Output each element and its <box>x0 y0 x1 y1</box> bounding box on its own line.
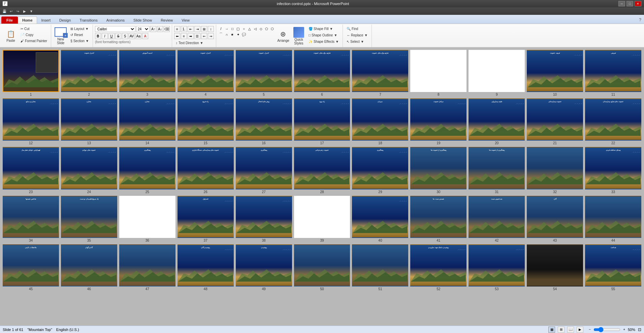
layout-button[interactable]: ⊞ Layout▼ <box>69 26 91 32</box>
reading-view-button[interactable]: 📖 <box>567 327 574 333</box>
maximize-button[interactable]: □ <box>626 1 633 6</box>
section-button[interactable]: § Section▼ <box>69 38 91 44</box>
slide-item[interactable]: پیشگیری• ... • ... • ... • ...27 <box>236 147 292 193</box>
slide-item[interactable]: تعاریف واژه های عفونت• ... • ... • ... •… <box>294 50 350 96</box>
zoom-plus[interactable]: + <box>623 328 625 331</box>
spacing-button[interactable]: AV <box>129 33 135 39</box>
font-color-button[interactable]: A <box>142 33 148 39</box>
columns-button[interactable]: ⊞ <box>201 26 207 32</box>
decrease-indent[interactable]: ⇤ <box>188 26 194 32</box>
slide-item[interactable]: تعریفی• ... • ... • ... • ...11 <box>585 50 641 96</box>
tab-design[interactable]: Design <box>55 17 75 24</box>
slide-item[interactable]: پوشیدن گان• ... • ... • ... • ...48 <box>178 244 234 291</box>
slide-item[interactable]: پیشگیری• ... • ... • ... • ...25 <box>119 147 175 193</box>
shape-line[interactable]: / <box>218 26 224 31</box>
reset-button[interactable]: ↺ Reset <box>69 32 91 38</box>
slide-item[interactable]: گاه و گهان46 <box>61 244 117 291</box>
slide-item[interactable]: عفونت زخم جراحی• ... • ... • ... • ...28 <box>294 147 350 193</box>
select-button[interactable]: ↖ Select▼ <box>345 39 366 44</box>
slide-item[interactable]: مخازن• ... • ... • ... • ...14 <box>119 98 175 145</box>
close-button[interactable]: ✕ <box>635 1 641 6</box>
shape-curve1[interactable]: ⌒ <box>218 32 224 37</box>
shape-outline-button[interactable]: □ Shape Outline▼ <box>307 32 341 38</box>
slide-item[interactable]: مخازن• ... • ... • ... • ...13 <box>61 98 117 145</box>
slide-item[interactable]: ملاحظات بالینی45 <box>3 244 59 291</box>
slideshow-button[interactable]: ▶ <box>577 327 583 333</box>
window-controls[interactable]: ─ □ ✕ <box>618 1 641 6</box>
slide-item[interactable]: گان43 <box>527 196 583 242</box>
fit-slide-button[interactable]: ⊡ <box>638 327 641 332</box>
shape-rtriangle[interactable]: ◁ <box>253 26 258 31</box>
line-spacing[interactable]: ↕ <box>208 26 214 32</box>
qat-more[interactable]: ▼ <box>28 8 34 14</box>
justify[interactable]: ☰ <box>194 33 200 39</box>
slide-item[interactable]: یک سرنج اطمینان دو دست35 <box>61 196 117 242</box>
tab-slideshow[interactable]: Slide Show <box>129 17 156 24</box>
shape-star6[interactable]: ✦ <box>235 32 241 37</box>
shape-star5[interactable]: ★ <box>230 32 235 37</box>
shape-arrow[interactable]: → <box>224 26 229 31</box>
slide-item[interactable]: 32 <box>527 147 583 193</box>
shape-effects-button[interactable]: ✨ Shape Effects▼ <box>307 39 341 44</box>
bullets-button[interactable]: ≡ <box>174 26 180 32</box>
clear-format-button[interactable]: ⌫ <box>164 26 170 32</box>
copy-button[interactable]: 📄 Copy <box>19 32 49 38</box>
new-slide-button[interactable]: + New Slide <box>53 26 68 46</box>
slide-item[interactable]: شستن دست ها41 <box>410 196 466 242</box>
slide-item[interactable]: زنجیره عفونت9 <box>469 50 525 96</box>
shape-triangle[interactable]: △ <box>247 26 252 31</box>
slide-item[interactable]: مخازن و منابع• ... • ... • ... • ...12 <box>3 98 59 145</box>
slide-item[interactable]: 54 <box>527 244 583 291</box>
slide-item[interactable]: مراحل عفونت• ... • ... • ... • ...19 <box>410 98 466 145</box>
tab-transitions[interactable]: Transitions <box>75 17 102 24</box>
font-shrink-button[interactable]: A↓ <box>157 26 163 32</box>
replace-button[interactable]: ↔ Replace▼ <box>345 32 369 38</box>
tab-file[interactable]: File <box>1 17 18 24</box>
slide-item[interactable]: شناخت• ... • ... • ... • ...55 <box>585 244 641 291</box>
qat-undo[interactable]: ↩ <box>8 8 14 14</box>
cut-button[interactable]: ✂ Cut <box>19 26 49 32</box>
case-button[interactable]: Aa <box>135 33 141 39</box>
slide-item[interactable]: طیف بیماریزایی• ... • ... • ... • ...20 <box>469 98 525 145</box>
strikethrough-button[interactable]: S <box>115 33 121 39</box>
shape-oval[interactable]: ○ <box>241 26 247 31</box>
qat-play[interactable]: ▶ <box>22 8 28 14</box>
slide-item[interactable]: روش های انتقال• ... • ... • ... • ...16 <box>236 98 292 145</box>
slide-item[interactable]: کنترل عفونت• ... • ... • ... • ...2 <box>61 50 117 96</box>
shape-callout[interactable]: 💬 <box>241 32 247 37</box>
shape-hex[interactable]: ⬡ <box>270 26 275 31</box>
slide-item[interactable]: میزبان• ... • ... • ... • ...18 <box>352 98 408 145</box>
slide-item[interactable]: راه ورود• ... • ... • ... • ...17 <box>294 98 350 145</box>
slide-sorter-button[interactable]: ⊞ <box>558 327 565 333</box>
tab-insert[interactable]: Insert <box>37 17 55 24</box>
italic-button[interactable]: I <box>102 33 108 39</box>
slide-item[interactable]: • ... • ... • ... • ...40 <box>352 196 408 242</box>
find-button[interactable]: 🔍 Find <box>345 26 360 32</box>
zoom-slider[interactable] <box>593 327 620 332</box>
tab-review[interactable]: Review <box>156 17 177 24</box>
slide-item[interactable]: عفونت های شایع بیمارستان• ... • ... • ..… <box>585 98 641 145</box>
slide-item[interactable]: راه خروج• ... • ... • ... • ...15 <box>178 98 234 145</box>
shape-fill-button[interactable]: 🪣 Shape Fill▼ <box>307 26 341 32</box>
slide-item[interactable]: 1 <box>3 50 59 96</box>
tab-view[interactable]: View <box>177 17 194 24</box>
slide-item[interactable]: پوشیدن• ... • ... • ... • ...49 <box>236 244 292 291</box>
underline-button[interactable]: U <box>108 33 115 39</box>
slide-item[interactable]: • ... • ... • ... • ...38 <box>236 196 292 242</box>
slide-item[interactable]: امنیت آموزش• ... • ... • ... • ...3 <box>119 50 175 96</box>
slide-item[interactable]: وسایل حفاظت فردی• ... • ... • ... • ...3… <box>585 147 641 193</box>
slide-item[interactable]: پیشگیری• ... • ... • ... • ...29 <box>352 147 408 193</box>
shape-curve2[interactable]: ∩ <box>224 32 229 37</box>
quick-styles-button[interactable]: Quick Styles <box>291 26 306 46</box>
normal-view-button[interactable]: ▦ <box>548 327 555 333</box>
zoom-slider-minus[interactable]: − <box>589 328 591 331</box>
font-family-select[interactable]: Calibri <box>95 26 135 32</box>
slide-item[interactable]: عفونت های نوزادی• ... • ... • ... • ...2… <box>61 147 117 193</box>
paste-button[interactable]: 📋 Paste <box>3 26 18 46</box>
text-direction-button[interactable]: ↕ Text Direction▼ <box>174 40 205 46</box>
slide-item[interactable]: عفونت بیمارستانی• ... • ... • ... • ...2… <box>527 98 583 145</box>
rtl-text[interactable]: ⇐ <box>201 33 207 39</box>
slide-item[interactable]: فهم اولین عوامل خطر ساز• ... • ... • ...… <box>3 147 59 193</box>
increase-indent[interactable]: ⇥ <box>194 26 200 32</box>
font-grow-button[interactable]: A↑ <box>150 26 156 32</box>
